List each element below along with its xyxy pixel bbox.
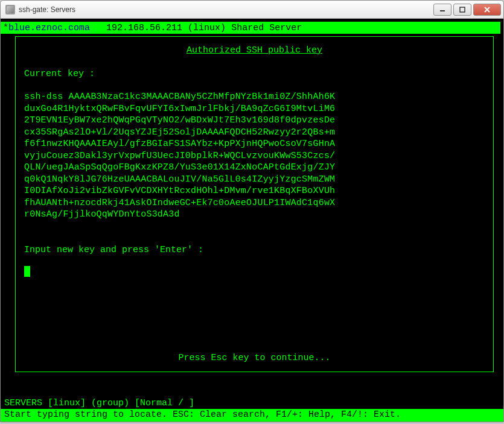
- minimize-icon: [439, 7, 445, 13]
- terminal[interactable]: *blue.eznoc.coma 192.168.56.211 (linux) …: [1, 19, 503, 422]
- terminal-body: Authorized SSH public key Current key : …: [1, 36, 503, 372]
- title-bar[interactable]: ssh-gate: Servers: [1, 1, 503, 19]
- header-os: (linux): [188, 23, 226, 33]
- ssh-public-key: ssh-dss AAAAB3NzaC1kc3MAAACBANy5CZhMfpNY…: [24, 91, 485, 221]
- app-icon: [5, 5, 15, 14]
- header-role: Shared Server: [231, 23, 302, 33]
- press-esc-hint: Press Esc key to continue...: [24, 353, 485, 363]
- new-key-label: Input new key and press 'Enter' :: [24, 245, 485, 255]
- ssh-key-panel: Authorized SSH public key Current key : …: [15, 36, 494, 372]
- current-key-label: Current key :: [24, 69, 485, 79]
- new-key-input[interactable]: [24, 266, 485, 277]
- minimize-button[interactable]: [433, 4, 451, 16]
- close-button[interactable]: [473, 4, 501, 16]
- window-buttons: [433, 4, 501, 16]
- maximize-icon: [459, 7, 465, 13]
- maximize-button[interactable]: [453, 4, 471, 16]
- header-asterisk: *: [3, 23, 8, 33]
- close-icon: [483, 6, 491, 13]
- footer-context-line: SERVERS [linux] (group) [Normal / ]: [1, 397, 503, 409]
- header-gap-1: [90, 23, 106, 33]
- header-host: blue.eznoc.coma: [8, 23, 90, 33]
- panel-title: Authorized SSH public key: [24, 45, 485, 55]
- header-gap-2: [182, 23, 188, 33]
- header-bar: *blue.eznoc.coma 192.168.56.211 (linux) …: [1, 22, 500, 34]
- cursor-icon: [24, 266, 30, 277]
- header-ip: 192.168.56.211: [106, 23, 182, 33]
- window-title: ssh-gate: Servers: [19, 5, 433, 14]
- svg-rect-1: [460, 7, 465, 12]
- header-gap-3: [226, 23, 231, 33]
- app-window: ssh-gate: Servers *blue.eznoc.coma 192.1…: [0, 0, 504, 422]
- footer-help-line: Start typing string to locate. ESC: Clea…: [1, 409, 503, 422]
- status-footer: SERVERS [linux] (group) [Normal / ] Star…: [1, 397, 503, 422]
